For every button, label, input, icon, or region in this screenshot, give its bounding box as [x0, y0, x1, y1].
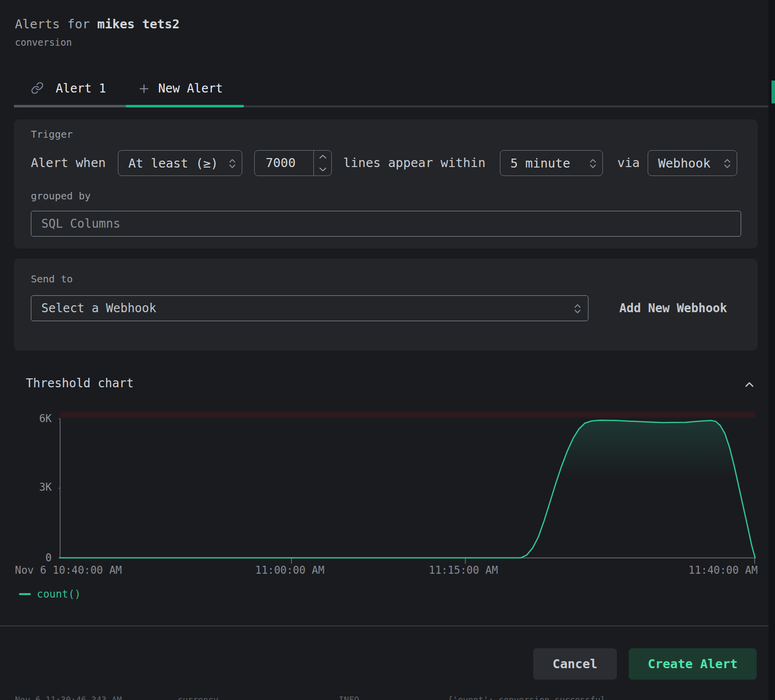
tab-bar-border	[244, 105, 769, 107]
add-new-webhook-button[interactable]: Add New Webhook	[619, 295, 727, 321]
background-page-edge	[769, 0, 775, 700]
spinner-down-icon[interactable]	[314, 163, 331, 175]
trigger-section-label: Trigger	[31, 128, 73, 140]
trigger-panel: Trigger Alert when At least (≥) 7000 lin…	[14, 119, 758, 249]
y-axis-tick-0: 0	[28, 551, 52, 564]
channel-select[interactable]: Webhook	[648, 150, 737, 176]
log-timestamp: Nov 6 11:30:46.343 AM	[15, 695, 122, 700]
chevron-up-down-icon	[589, 158, 596, 169]
tab-alert-1[interactable]: Alert 1	[14, 74, 126, 107]
x-axis-tick-1100: 11:00:00 AM	[255, 564, 324, 577]
x-axis-tick-1040: Nov 6 10:40:00 AM	[15, 564, 122, 577]
log-level: INFO	[339, 695, 359, 700]
send-to-panel: Send to Select a Webhook Add New Webhook	[14, 259, 758, 350]
threshold-number-input[interactable]: 7000	[254, 150, 332, 176]
comparison-select-value: At least (≥)	[128, 156, 218, 171]
time-window-select-value: 5 minute	[510, 156, 570, 171]
tab-new-alert-label: New Alert	[158, 80, 223, 97]
grouped-by-label: grouped by	[31, 190, 91, 202]
link-icon	[31, 82, 44, 94]
webhook-select[interactable]: Select a Webhook	[31, 295, 588, 321]
plus-icon	[138, 83, 150, 94]
channel-select-value: Webhook	[658, 156, 710, 171]
tab-alert-1-label: Alert 1	[56, 80, 106, 97]
create-alert-button[interactable]: Create Alert	[629, 648, 757, 680]
x-axis-tick-1140: 11:40:00 AM	[688, 564, 758, 577]
alert-when-text: Alert when	[31, 150, 106, 176]
y-axis-tick-3k: 3K	[28, 481, 52, 494]
page-title: Alerts for mikes tets2	[15, 17, 180, 31]
y-axis-tick-6k: 6K	[28, 412, 52, 425]
webhook-select-placeholder: Select a Webhook	[41, 301, 156, 315]
collapse-chart-button[interactable]	[741, 376, 757, 392]
threshold-band	[60, 412, 755, 418]
x-axis-tick-1115: 11:15:00 AM	[429, 564, 498, 577]
chart-x-ticks	[291, 558, 755, 564]
tab-alert-1-underline	[14, 105, 126, 107]
chevron-up-down-icon	[724, 158, 731, 169]
chart-y-ticks	[59, 419, 60, 558]
log-field: currency	[178, 695, 218, 700]
threshold-chart-plot	[59, 411, 756, 565]
footer-divider	[0, 625, 775, 626]
legend-series-label: count()	[37, 588, 81, 600]
tab-new-alert[interactable]: New Alert	[126, 74, 244, 107]
via-text: via	[617, 150, 640, 176]
cancel-button[interactable]: Cancel	[533, 648, 617, 680]
chart-legend: count()	[19, 588, 81, 601]
chevron-up-down-icon	[229, 158, 236, 169]
grouped-by-input[interactable]	[31, 211, 741, 237]
background-green-button-edge	[772, 81, 775, 103]
dataset-name: mikes tets2	[97, 17, 180, 31]
time-window-select[interactable]: 5 minute	[500, 150, 603, 176]
spinner-up-icon[interactable]	[314, 151, 331, 163]
send-to-label: Send to	[31, 273, 73, 285]
log-message: {'event': conversion successful	[448, 695, 605, 700]
chevron-up-down-icon	[574, 303, 581, 314]
threshold-number-value: 7000	[266, 151, 295, 175]
alert-config-drawer: Alerts for mikes tets2 conversion Alert …	[0, 0, 775, 700]
comparison-select[interactable]: At least (≥)	[118, 150, 242, 176]
threshold-chart-title: Threshold chart	[26, 376, 134, 390]
chart-area	[60, 420, 755, 558]
tab-new-alert-active-underline	[126, 105, 244, 107]
number-spinner	[313, 151, 331, 175]
legend-line-swatch	[19, 593, 31, 595]
lines-appear-within-text: lines appear within	[343, 150, 485, 176]
dataset-subtitle: conversion	[15, 37, 72, 48]
chevron-up-icon	[743, 378, 756, 391]
background-log-row: Nov 6 11:30:46.343 AM currency INFO {'ev…	[0, 692, 775, 700]
